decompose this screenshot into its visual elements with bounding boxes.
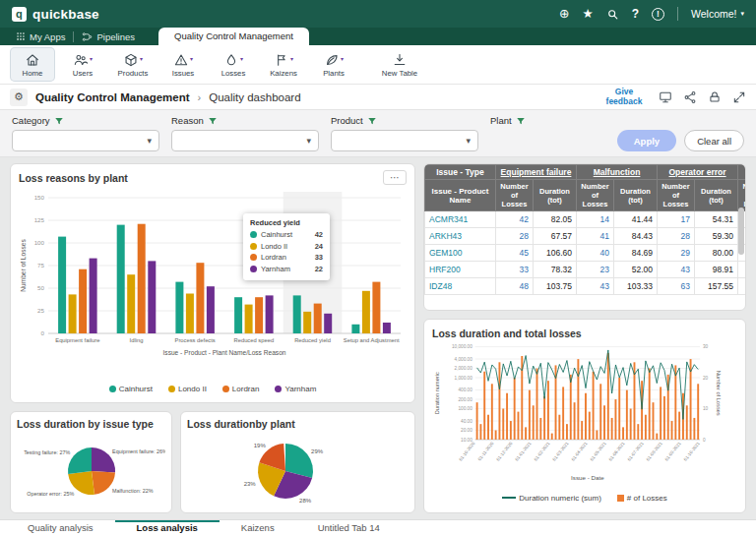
add-icon[interactable]: ⊕ bbox=[559, 8, 569, 21]
filter-funnel-icon[interactable] bbox=[208, 116, 218, 126]
svg-text:100.00: 100.00 bbox=[458, 406, 472, 411]
column-group-testing-failure[interactable]: Testing failure bbox=[738, 165, 746, 180]
svg-text:01-10-2021: 01-10-2021 bbox=[683, 441, 701, 462]
kaizens-icon bbox=[274, 52, 289, 68]
record-link[interactable]: ARKH43 bbox=[425, 228, 496, 245]
duration-cell: 54.31 bbox=[695, 211, 738, 228]
settings-gear-icon[interactable]: ⚙ bbox=[10, 89, 28, 106]
dashboard-tab-untitled-tab-14[interactable]: Untitled Tab 14 bbox=[296, 520, 402, 536]
chart-title: Loss durationby plant bbox=[187, 418, 409, 430]
clear-all-button[interactable]: Clear all bbox=[684, 130, 744, 151]
app-tab-quality-control-management[interactable]: Quality Control Management bbox=[158, 28, 309, 45]
losses-cell: 41 bbox=[577, 228, 614, 245]
record-link[interactable]: GEM100 bbox=[425, 245, 496, 262]
tooltip-series-name: Cainhurst bbox=[261, 230, 311, 239]
notifications-icon[interactable]: ! bbox=[652, 8, 664, 21]
apply-button[interactable]: Apply bbox=[617, 130, 676, 151]
filter-funnel-icon[interactable] bbox=[367, 116, 377, 126]
category-select[interactable]: ▾ bbox=[12, 130, 159, 151]
record-link[interactable]: IDZ48 bbox=[425, 278, 496, 295]
legend-item-lordran[interactable]: Lordran bbox=[222, 385, 260, 393]
legend-item-cainhurst[interactable]: Cainhurst bbox=[109, 385, 153, 393]
losses-cell: 42 bbox=[496, 211, 534, 228]
quickbase-logo[interactable]: q quickbase bbox=[12, 7, 99, 22]
column-group-malfunction[interactable]: Malfunction bbox=[577, 165, 658, 180]
share-icon[interactable] bbox=[683, 90, 697, 104]
brand-text: quickbase bbox=[32, 7, 99, 22]
svg-text:2,000.00: 2,000.00 bbox=[455, 366, 473, 371]
legend-item-duration-numeric-sum-[interactable]: Duration numeric (sum) bbox=[502, 494, 601, 503]
welcome-label: Welcome! bbox=[691, 8, 737, 20]
svg-text:1,000.00: 1,000.00 bbox=[455, 376, 473, 381]
losses-cell: 48 bbox=[496, 278, 534, 295]
record-link[interactable]: HRF200 bbox=[425, 262, 496, 278]
card-menu-button[interactable]: ⋯ bbox=[383, 170, 407, 185]
reason-select[interactable]: ▾ bbox=[171, 130, 319, 151]
record-link[interactable]: ACMR341 bbox=[425, 211, 496, 228]
legend-item--of-losses[interactable]: # of Losses bbox=[617, 494, 667, 503]
fullscreen-icon[interactable] bbox=[732, 90, 746, 104]
user-menu[interactable]: Welcome! ▾ bbox=[691, 8, 744, 20]
filter-label-plant: Plant bbox=[490, 115, 650, 126]
svg-text:Setup and Adjustment: Setup and Adjustment bbox=[344, 337, 400, 343]
dashboard-tab-loss-analysis[interactable]: Loss analysis bbox=[115, 520, 220, 536]
duration-losses-combo-chart: 10,000.004,000.002,000.001,000.00400.002… bbox=[432, 339, 737, 492]
give-feedback-link[interactable]: Give feedback bbox=[600, 88, 648, 107]
pipelines-button[interactable]: Pipelines bbox=[74, 28, 143, 45]
filter-funnel-icon[interactable] bbox=[54, 116, 64, 126]
tooltip-value: 24 bbox=[315, 242, 323, 251]
dashboard-tab-bar: Quality analysisLoss analysisKaizensUnti… bbox=[0, 519, 756, 536]
svg-text:01-10-2020: 01-10-2020 bbox=[458, 441, 475, 462]
toolbar-item-kaizens[interactable]: ▾Kaizens bbox=[261, 47, 306, 82]
svg-text:4,000.00: 4,000.00 bbox=[455, 357, 473, 362]
legend-item-londo-ii[interactable]: Londo II bbox=[168, 385, 207, 393]
toolbar-item-losses[interactable]: ▾Losses bbox=[211, 47, 256, 82]
my-apps-button[interactable]: My Apps bbox=[8, 28, 73, 45]
search-icon[interactable] bbox=[606, 8, 619, 21]
column-group-equipment-failure[interactable]: Equipment failure bbox=[496, 165, 577, 180]
svg-text:Duration numeric: Duration numeric bbox=[434, 372, 440, 414]
filter-funnel-icon[interactable] bbox=[516, 116, 526, 126]
pie-slice[interactable] bbox=[68, 447, 92, 474]
toolbar-item-issues[interactable]: ▾Issues bbox=[160, 47, 206, 82]
legend-swatch bbox=[222, 386, 229, 392]
dashboard-tab-quality-analysis[interactable]: Quality analysis bbox=[6, 520, 115, 536]
tooltip-row: Lordran33 bbox=[250, 253, 323, 262]
toolbar-item-home[interactable]: Home bbox=[10, 47, 55, 82]
table-scrollbar[interactable] bbox=[738, 208, 744, 255]
chevron-down-icon: ▾ bbox=[306, 136, 311, 146]
chart-tooltip: Reduced yield Cainhurst42Londo II24Lordr… bbox=[243, 213, 330, 280]
svg-text:01-01-2021: 01-01-2021 bbox=[514, 441, 532, 462]
help-icon[interactable]: ? bbox=[632, 8, 639, 20]
legend-item-yarnham[interactable]: Yarnham bbox=[275, 385, 316, 393]
dashboard-tab-kaizens[interactable]: Kaizens bbox=[220, 520, 296, 536]
toolbar-item-products[interactable]: ▾Products bbox=[110, 47, 156, 82]
filter-label-reason: Reason bbox=[171, 115, 331, 126]
duration-losses-card: Loss duration and total losses 10,000.00… bbox=[423, 319, 746, 513]
losses-cell bbox=[738, 278, 746, 295]
duration-cell: 52.00 bbox=[614, 262, 658, 278]
breadcrumb-app-name[interactable]: Quality Control Management bbox=[35, 91, 190, 103]
svg-text:400.00: 400.00 bbox=[458, 387, 472, 392]
lock-icon[interactable] bbox=[708, 90, 722, 104]
toolbar-item-new-table[interactable]: New Table bbox=[377, 47, 422, 82]
table-row: HRF2003378.322352.004398.91 bbox=[425, 262, 747, 278]
duration-cell: 157.55 bbox=[695, 278, 738, 295]
losses-cell: 17 bbox=[658, 211, 695, 228]
column-group-operator-error[interactable]: Operator error bbox=[658, 165, 738, 180]
toolbar-item-plants[interactable]: ▾Plants bbox=[311, 47, 356, 82]
product-select[interactable]: ▾ bbox=[331, 130, 478, 151]
apps-grid-icon bbox=[16, 31, 26, 41]
table-toolbar: Home▾Users▾Products▾Issues▾Losses▾Kaizen… bbox=[0, 45, 756, 85]
favorites-star-icon[interactable]: ★ bbox=[582, 8, 593, 21]
losses-cell: 28 bbox=[658, 228, 695, 245]
duration-cell: 84.69 bbox=[614, 245, 658, 262]
filter-label-product: Product bbox=[331, 115, 490, 126]
display-mode-icon[interactable] bbox=[659, 90, 672, 104]
tooltip-row: Yarnham22 bbox=[250, 265, 323, 273]
svg-text:01-06-2021: 01-06-2021 bbox=[608, 441, 626, 462]
pie-label: Testing failure: 27% bbox=[24, 449, 70, 455]
svg-text:10,000.00: 10,000.00 bbox=[452, 344, 472, 349]
toolbar-item-users[interactable]: ▾Users bbox=[60, 47, 105, 82]
tooltip-swatch bbox=[250, 266, 257, 272]
